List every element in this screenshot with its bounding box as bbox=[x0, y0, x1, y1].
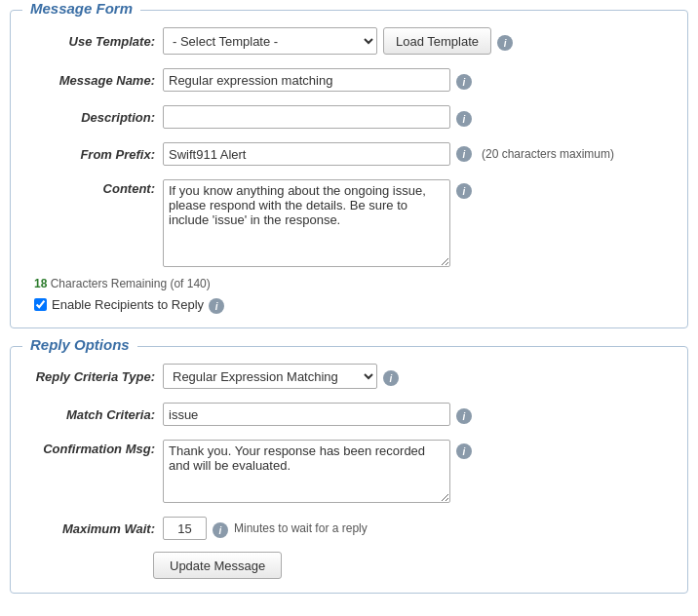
match-criteria-row: Match Criteria: i bbox=[26, 399, 672, 430]
description-row: Description: i bbox=[26, 101, 672, 133]
use-template-info-icon: i bbox=[497, 35, 513, 51]
enable-reply-info-icon: i bbox=[209, 298, 224, 314]
chars-remaining-label: Characters Remaining (of 140) bbox=[47, 277, 210, 290]
use-template-row: Use Template: - Select Template - Load T… bbox=[26, 23, 672, 58]
use-template-field: - Select Template - Load Template i bbox=[163, 23, 513, 58]
message-name-row: Message Name: i bbox=[26, 64, 672, 96]
reply-criteria-type-field: Regular Expression Matching Exact Match … bbox=[163, 360, 399, 393]
reply-criteria-type-select[interactable]: Regular Expression Matching Exact Match … bbox=[163, 364, 377, 389]
char-max-note: (20 characters maximum) bbox=[482, 147, 614, 161]
message-name-field: i bbox=[163, 64, 472, 96]
maximum-wait-input[interactable] bbox=[163, 517, 207, 540]
update-message-button[interactable]: Update Message bbox=[153, 552, 282, 579]
reply-criteria-type-row: Reply Criteria Type: Regular Expression … bbox=[26, 360, 672, 393]
message-form-title: Message Form bbox=[22, 0, 140, 17]
content-info-icon: i bbox=[456, 183, 472, 199]
enable-reply-row: Enable Recipients to Reply i bbox=[26, 294, 672, 314]
description-info-icon: i bbox=[456, 111, 472, 127]
content-textarea[interactable]: If you know anything about the ongoing i… bbox=[163, 179, 450, 267]
content-row: Content: If you know anything about the … bbox=[26, 175, 672, 271]
content-label: Content: bbox=[26, 175, 163, 201]
match-criteria-input[interactable] bbox=[163, 403, 450, 426]
reply-criteria-type-label: Reply Criteria Type: bbox=[26, 364, 163, 389]
message-name-info-icon: i bbox=[456, 74, 472, 90]
enable-reply-label: Enable Recipients to Reply bbox=[52, 297, 204, 312]
confirmation-msg-row: Confirmation Msg: Thank you. Your respon… bbox=[26, 436, 672, 507]
template-select[interactable]: - Select Template - bbox=[163, 27, 377, 55]
description-input[interactable] bbox=[163, 105, 450, 129]
load-template-button[interactable]: Load Template bbox=[383, 27, 491, 55]
message-name-label: Message Name: bbox=[26, 67, 163, 93]
confirmation-msg-info-icon: i bbox=[456, 443, 472, 459]
maximum-wait-label: Maximum Wait: bbox=[26, 516, 163, 541]
reply-criteria-info-icon: i bbox=[383, 370, 399, 386]
description-field: i bbox=[163, 101, 472, 133]
reply-options-title: Reply Options bbox=[22, 336, 137, 353]
reply-options-body: Reply Criteria Type: Regular Expression … bbox=[11, 356, 687, 579]
confirmation-msg-textarea[interactable]: Thank you. Your response has been record… bbox=[163, 440, 450, 503]
maximum-wait-info-icon: i bbox=[213, 522, 228, 538]
message-form-body: Use Template: - Select Template - Load T… bbox=[11, 19, 687, 314]
chars-remaining: 18 Characters Remaining (of 140) bbox=[26, 277, 672, 290]
match-criteria-label: Match Criteria: bbox=[26, 402, 163, 427]
enable-reply-checkbox[interactable] bbox=[34, 298, 47, 311]
reply-options-section: Reply Options Reply Criteria Type: Regul… bbox=[10, 346, 688, 594]
confirmation-msg-field: Thank you. Your response has been record… bbox=[163, 436, 472, 507]
description-label: Description: bbox=[26, 104, 163, 130]
content-field: If you know anything about the ongoing i… bbox=[163, 175, 472, 271]
from-prefix-field: i (20 characters maximum) bbox=[163, 138, 614, 170]
minutes-note: Minutes to wait for a reply bbox=[234, 521, 368, 535]
maximum-wait-row: Maximum Wait: i Minutes to wait for a re… bbox=[26, 513, 672, 544]
match-criteria-field: i bbox=[163, 399, 472, 430]
confirmation-msg-label: Confirmation Msg: bbox=[26, 436, 163, 461]
from-prefix-row: From Prefix: i (20 characters maximum) bbox=[26, 138, 672, 170]
use-template-label: Use Template: bbox=[26, 28, 163, 54]
chars-count: 18 bbox=[34, 277, 47, 290]
message-form-section: Message Form Use Template: - Select Temp… bbox=[10, 10, 688, 328]
match-criteria-info-icon: i bbox=[456, 408, 472, 424]
maximum-wait-field: i Minutes to wait for a reply bbox=[163, 513, 368, 544]
from-prefix-label: From Prefix: bbox=[26, 141, 163, 167]
from-prefix-input[interactable] bbox=[163, 142, 450, 166]
from-prefix-info-icon: i bbox=[456, 146, 472, 162]
message-name-input[interactable] bbox=[163, 68, 450, 92]
